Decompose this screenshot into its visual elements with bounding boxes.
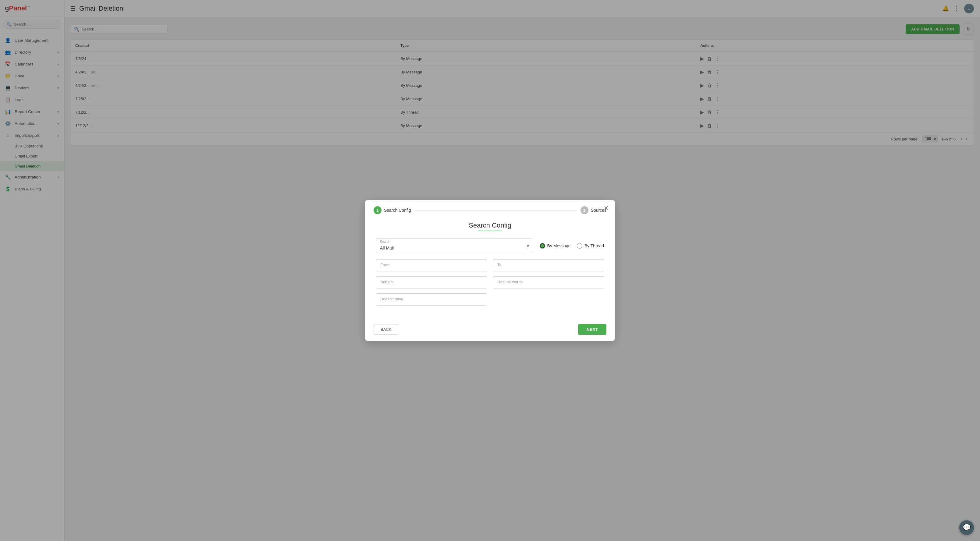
- search-select[interactable]: All Mail Inbox Sent Drafts Trash: [376, 238, 532, 253]
- step-2: 2 Sources: [581, 206, 606, 214]
- by-thread-text: By Thread: [584, 243, 604, 248]
- modal-overlay: 1 Search Config 2 Sources ✕ Search Confi…: [0, 0, 980, 541]
- from-input[interactable]: [376, 259, 487, 271]
- dialog-title: Search Config: [376, 222, 604, 229]
- dialog-title-underline: [478, 231, 502, 231]
- back-button[interactable]: BACK: [374, 324, 398, 335]
- has-words-input[interactable]: [493, 276, 604, 289]
- by-message-label[interactable]: By Message: [540, 243, 571, 249]
- to-field: To: [493, 259, 604, 271]
- search-options-row: Search All Mail Inbox Sent Drafts Trash …: [376, 238, 604, 253]
- step-1-label: Search Config: [384, 208, 411, 213]
- by-message-radio[interactable]: [540, 243, 545, 249]
- dialog-footer: BACK NEXT: [365, 319, 615, 341]
- step-line: [415, 210, 577, 211]
- from-field: From: [376, 259, 487, 271]
- doesnt-have-field: Doesn't have: [376, 294, 487, 306]
- chat-icon: 💬: [963, 524, 971, 531]
- message-type-radio-group: By Message By Thread: [540, 243, 604, 249]
- subject-has-words-row: Subject Has the words: [376, 276, 604, 289]
- has-the-words-field: Has the words: [493, 276, 604, 289]
- search-config-dialog: 1 Search Config 2 Sources ✕ Search Confi…: [365, 200, 615, 341]
- from-to-row: From To: [376, 259, 604, 271]
- dialog-header: 1 Search Config 2 Sources ✕: [365, 200, 615, 214]
- doesnt-have-input[interactable]: [376, 294, 487, 306]
- by-thread-label[interactable]: By Thread: [577, 243, 604, 249]
- step-indicator: 1 Search Config 2 Sources: [374, 206, 606, 214]
- step-1-circle: 1: [374, 206, 382, 214]
- dialog-body: Search Config Search All Mail Inbox Sent…: [365, 214, 615, 319]
- close-button[interactable]: ✕: [604, 205, 609, 211]
- subject-input[interactable]: [376, 276, 487, 289]
- search-select-wrap: Search All Mail Inbox Sent Drafts Trash …: [376, 238, 532, 253]
- to-input[interactable]: [493, 259, 604, 271]
- step-2-circle: 2: [581, 206, 589, 214]
- next-button[interactable]: NEXT: [578, 324, 606, 335]
- search-select-label: Search: [380, 240, 390, 243]
- doesnt-have-row: Doesn't have: [376, 294, 604, 306]
- by-thread-radio[interactable]: [577, 243, 582, 249]
- chat-fab[interactable]: 💬: [959, 520, 974, 535]
- step-1: 1 Search Config: [374, 206, 411, 214]
- subject-field: Subject: [376, 276, 487, 289]
- by-message-text: By Message: [547, 243, 571, 248]
